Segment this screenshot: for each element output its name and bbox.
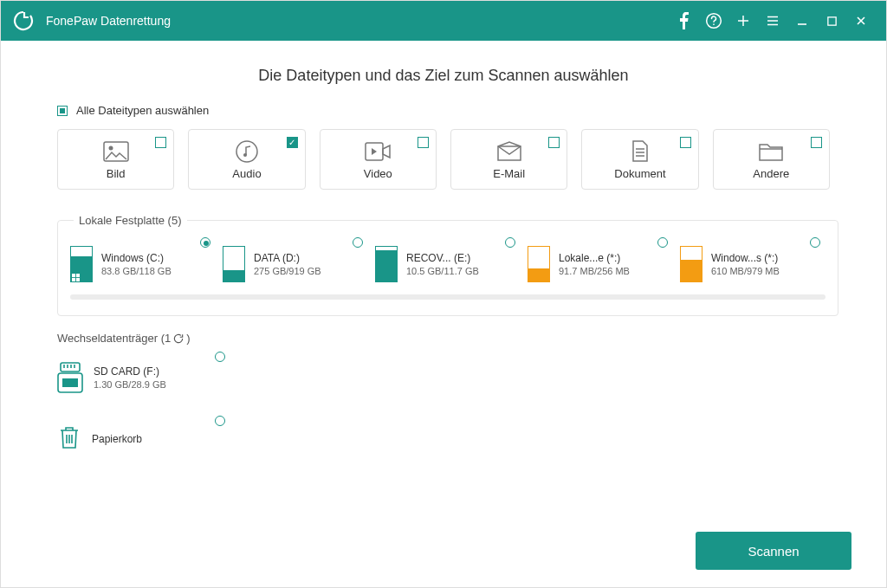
svg-point-4	[108, 145, 113, 150]
video-icon	[365, 139, 391, 164]
trash-icon	[57, 424, 81, 454]
drive-icon	[375, 246, 398, 282]
drive-icon	[680, 246, 702, 282]
radio-icon	[215, 416, 225, 426]
drive-size: 91.7 MB/256 MB	[559, 266, 630, 276]
checkbox-partial-icon	[57, 106, 68, 116]
svg-rect-10	[75, 274, 79, 277]
sdcard-icon	[57, 360, 83, 395]
removable-group: Wechseldatenträger (1 ) SD CARD (F:) 1.3…	[57, 332, 830, 395]
filetype-label: Video	[364, 167, 392, 180]
local-disk-legend: Lokale Festplatte (5)	[74, 214, 187, 227]
drive-name: Window...s (*:)	[711, 252, 780, 264]
svg-rect-9	[72, 274, 75, 277]
recycle-label: Papierkorb	[92, 433, 142, 445]
minimize-button[interactable]	[787, 1, 817, 41]
menu-icon[interactable]	[758, 1, 787, 41]
recycle-bin[interactable]: Papierkorb	[57, 424, 230, 454]
filetype-video[interactable]: Video	[320, 129, 437, 190]
svg-point-5	[236, 141, 257, 162]
drive-name: DATA (D:)	[254, 252, 321, 264]
drive-size: 610 MB/979 MB	[711, 266, 780, 276]
checkbox-icon	[548, 137, 560, 148]
help-icon[interactable]	[699, 1, 728, 41]
checkbox-icon	[811, 137, 822, 148]
paren-close: )	[186, 332, 190, 345]
filetype-label: Bild	[107, 167, 126, 180]
radio-icon	[215, 352, 225, 362]
svg-rect-2	[827, 16, 835, 24]
removable-legend-row: Wechseldatenträger (1 )	[57, 332, 830, 345]
plus-icon[interactable]	[728, 1, 758, 41]
filetype-label: Dokument	[614, 167, 665, 180]
checkbox-checked-icon	[287, 137, 298, 148]
scan-button[interactable]: Scannen	[696, 532, 851, 570]
filetype-label: Audio	[232, 167, 261, 180]
drive-row: Windows (C:) 83.8 GB/118 GB DATA (D:) 27…	[70, 246, 825, 282]
checkbox-icon	[680, 137, 691, 148]
select-all-label: Alle Dateitypen auswählen	[76, 104, 209, 117]
page-heading: Die Dateitypen und das Ziel zum Scannen …	[57, 67, 830, 85]
facebook-icon[interactable]	[670, 1, 699, 41]
main-content: Die Dateitypen und das Ziel zum Scannen …	[1, 41, 886, 532]
filetype-audio[interactable]: Audio	[188, 129, 305, 190]
filetype-label: E-Mail	[493, 167, 525, 180]
local-disk-group: Lokale Festplatte (5) Windows (C:) 83.8 …	[57, 214, 838, 316]
drive-icon	[70, 246, 93, 282]
filetype-image[interactable]: Bild	[57, 129, 174, 190]
radio-icon	[505, 237, 515, 248]
svg-rect-15	[62, 378, 78, 387]
drive-name: SD CARD (F:)	[94, 365, 166, 378]
refresh-icon[interactable]	[172, 333, 185, 345]
footer: Scannen	[1, 532, 886, 587]
drive-windows-star[interactable]: Window...s (*:) 610 MB/979 MB	[680, 246, 825, 282]
drive-sdcard[interactable]: SD CARD (F:) 1.30 GB/28.9 GB	[57, 360, 230, 395]
removable-legend: Wechseldatenträger (1	[57, 332, 171, 345]
drive-d[interactable]: DATA (D:) 275 GB/919 GB	[223, 246, 368, 282]
svg-point-1	[713, 23, 715, 25]
drive-icon	[528, 246, 550, 282]
svg-rect-11	[72, 277, 75, 281]
email-icon	[496, 139, 522, 164]
drive-name: Lokale...e (*:)	[559, 252, 630, 264]
drive-size: 275 GB/919 GB	[254, 266, 321, 276]
drive-icon	[223, 246, 245, 282]
filetype-label: Andere	[753, 167, 789, 180]
svg-point-6	[243, 153, 247, 157]
checkbox-icon	[418, 137, 429, 148]
app-title: FonePaw Datenrettung	[46, 14, 171, 28]
horizontal-scrollbar[interactable]	[70, 294, 825, 300]
radio-icon	[353, 237, 363, 248]
filetype-other[interactable]: Andere	[713, 129, 830, 190]
drive-name: Windows (C:)	[101, 252, 172, 264]
audio-icon	[236, 139, 258, 164]
filetype-document[interactable]: Dokument	[581, 129, 698, 190]
image-icon	[103, 139, 129, 164]
radio-icon	[810, 237, 820, 248]
folder-icon	[758, 139, 784, 164]
maximize-button[interactable]	[817, 1, 846, 41]
radio-icon	[657, 237, 668, 248]
titlebar: FonePaw Datenrettung	[1, 1, 886, 41]
app-logo-icon	[11, 9, 36, 33]
windows-icon	[71, 273, 80, 281]
filetype-email[interactable]: E-Mail	[450, 129, 567, 190]
drive-size: 1.30 GB/28.9 GB	[94, 379, 166, 390]
drive-local-star[interactable]: Lokale...e (*:) 91.7 MB/256 MB	[528, 246, 673, 282]
checkbox-icon	[155, 137, 166, 148]
drive-e[interactable]: RECOV... (E:) 10.5 GB/11.7 GB	[375, 246, 521, 282]
drive-c[interactable]: Windows (C:) 83.8 GB/118 GB	[70, 246, 216, 282]
document-icon	[631, 139, 650, 164]
select-all-checkbox[interactable]: Alle Dateitypen auswählen	[57, 104, 830, 117]
drive-size: 10.5 GB/11.7 GB	[406, 266, 479, 276]
app-window: FonePaw Datenrettung Die Dateitypen und …	[0, 0, 887, 588]
filetype-row: Bild Audio Video E-Mail Dokument	[57, 129, 830, 190]
close-button[interactable]	[846, 1, 876, 41]
svg-rect-12	[75, 277, 79, 281]
radio-selected-icon	[200, 237, 210, 248]
drive-name: RECOV... (E:)	[406, 252, 479, 264]
drive-size: 83.8 GB/118 GB	[101, 266, 172, 276]
